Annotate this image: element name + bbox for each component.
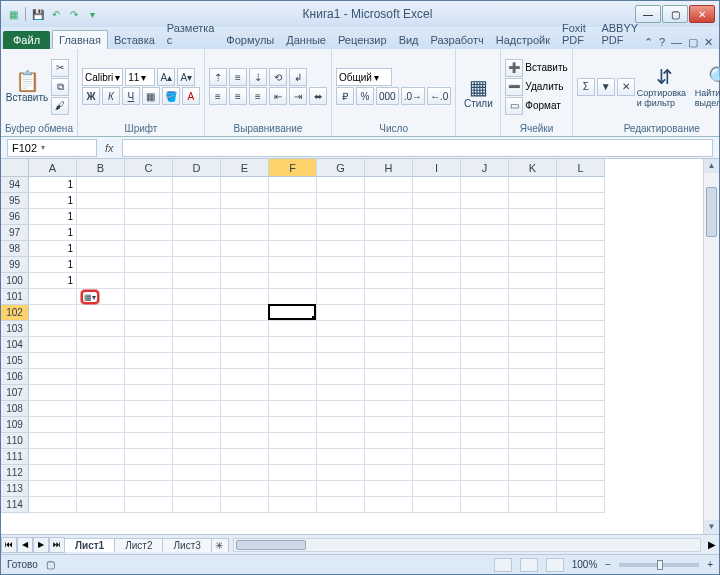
macro-record-icon[interactable]: ▢	[46, 559, 55, 570]
cell-K97[interactable]	[509, 225, 557, 241]
cell-H113[interactable]	[365, 481, 413, 497]
col-header-F[interactable]: F	[269, 159, 317, 177]
sheet-nav-next-icon[interactable]: ▶	[33, 537, 49, 553]
row-header-102[interactable]: 102	[1, 305, 29, 321]
cell-C109[interactable]	[125, 417, 173, 433]
cell-J99[interactable]	[461, 257, 509, 273]
cell-A102[interactable]	[29, 305, 77, 321]
cell-D107[interactable]	[173, 385, 221, 401]
cell-C96[interactable]	[125, 209, 173, 225]
horizontal-scrollbar[interactable]	[233, 538, 701, 552]
cell-L101[interactable]	[557, 289, 605, 305]
new-sheet-icon[interactable]: ✳	[211, 538, 229, 552]
cell-K114[interactable]	[509, 497, 557, 513]
cell-A96[interactable]: 1	[29, 209, 77, 225]
indent-dec-icon[interactable]: ⇤	[269, 87, 287, 105]
zoom-level[interactable]: 100%	[572, 559, 598, 570]
name-box-dropdown-icon[interactable]: ▾	[41, 143, 45, 152]
col-header-C[interactable]: C	[125, 159, 173, 177]
cell-E104[interactable]	[221, 337, 269, 353]
cell-J101[interactable]	[461, 289, 509, 305]
row-header-110[interactable]: 110	[1, 433, 29, 449]
italic-button[interactable]: К	[102, 87, 120, 105]
grow-font-icon[interactable]: A▴	[157, 68, 175, 86]
view-pagelayout-icon[interactable]	[520, 558, 538, 572]
cell-H102[interactable]	[365, 305, 413, 321]
cell-H103[interactable]	[365, 321, 413, 337]
cell-G94[interactable]	[317, 177, 365, 193]
shrink-font-icon[interactable]: A▾	[177, 68, 195, 86]
cell-A105[interactable]	[29, 353, 77, 369]
format-painter-icon[interactable]: 🖌	[51, 97, 69, 115]
cell-G111[interactable]	[317, 449, 365, 465]
cell-K98[interactable]	[509, 241, 557, 257]
row-header-108[interactable]: 108	[1, 401, 29, 417]
find-select-button[interactable]: 🔍 Найти и выделить	[695, 56, 720, 118]
cell-J111[interactable]	[461, 449, 509, 465]
cell-B97[interactable]	[77, 225, 125, 241]
fill-color-icon[interactable]: 🪣	[162, 87, 180, 105]
tab-foxit[interactable]: Foxit PDF	[556, 19, 595, 49]
cell-K100[interactable]	[509, 273, 557, 289]
cell-D114[interactable]	[173, 497, 221, 513]
cell-J112[interactable]	[461, 465, 509, 481]
cell-D104[interactable]	[173, 337, 221, 353]
cell-C94[interactable]	[125, 177, 173, 193]
tab-view[interactable]: Вид	[393, 31, 425, 49]
tab-formulas[interactable]: Формулы	[220, 31, 280, 49]
cell-I104[interactable]	[413, 337, 461, 353]
autosum-icon[interactable]: Σ	[577, 78, 595, 96]
col-header-L[interactable]: L	[557, 159, 605, 177]
cell-L105[interactable]	[557, 353, 605, 369]
cell-G108[interactable]	[317, 401, 365, 417]
cell-B113[interactable]	[77, 481, 125, 497]
cell-D111[interactable]	[173, 449, 221, 465]
autofill-options-icon[interactable]: ▦▾	[81, 290, 99, 304]
select-all-corner[interactable]	[1, 159, 29, 177]
cell-H112[interactable]	[365, 465, 413, 481]
cell-A111[interactable]	[29, 449, 77, 465]
underline-button[interactable]: Ч	[122, 87, 140, 105]
cell-H111[interactable]	[365, 449, 413, 465]
cell-J97[interactable]	[461, 225, 509, 241]
tab-review[interactable]: Рецензир	[332, 31, 393, 49]
cell-E101[interactable]	[221, 289, 269, 305]
cell-L98[interactable]	[557, 241, 605, 257]
cell-C112[interactable]	[125, 465, 173, 481]
cell-B95[interactable]	[77, 193, 125, 209]
align-right-icon[interactable]: ≡	[249, 87, 267, 105]
col-header-B[interactable]: B	[77, 159, 125, 177]
cell-F97[interactable]	[269, 225, 317, 241]
cell-K109[interactable]	[509, 417, 557, 433]
cell-E106[interactable]	[221, 369, 269, 385]
cell-J103[interactable]	[461, 321, 509, 337]
cell-A114[interactable]	[29, 497, 77, 513]
cell-H109[interactable]	[365, 417, 413, 433]
cell-J102[interactable]	[461, 305, 509, 321]
cell-E95[interactable]	[221, 193, 269, 209]
cell-K111[interactable]	[509, 449, 557, 465]
align-top-icon[interactable]: ⇡	[209, 68, 227, 86]
cell-G100[interactable]	[317, 273, 365, 289]
cell-G103[interactable]	[317, 321, 365, 337]
cell-A101[interactable]	[29, 289, 77, 305]
cell-E110[interactable]	[221, 433, 269, 449]
cell-A100[interactable]: 1	[29, 273, 77, 289]
col-header-A[interactable]: A	[29, 159, 77, 177]
cell-D98[interactable]	[173, 241, 221, 257]
tab-addins[interactable]: Надстройк	[490, 31, 556, 49]
scroll-up-icon[interactable]: ▲	[704, 159, 719, 173]
zoom-slider[interactable]	[619, 563, 699, 567]
sheet-tab-2[interactable]: Лист2	[114, 538, 163, 552]
row-header-95[interactable]: 95	[1, 193, 29, 209]
cell-K103[interactable]	[509, 321, 557, 337]
wrap-text-icon[interactable]: ↲	[289, 68, 307, 86]
undo-icon[interactable]: ↶	[48, 6, 64, 22]
sheet-tab-3[interactable]: Лист3	[162, 538, 211, 552]
cell-D97[interactable]	[173, 225, 221, 241]
cell-H94[interactable]	[365, 177, 413, 193]
cell-H100[interactable]	[365, 273, 413, 289]
font-name-select[interactable]: Calibri▾	[82, 68, 123, 86]
cell-D113[interactable]	[173, 481, 221, 497]
cell-E108[interactable]	[221, 401, 269, 417]
